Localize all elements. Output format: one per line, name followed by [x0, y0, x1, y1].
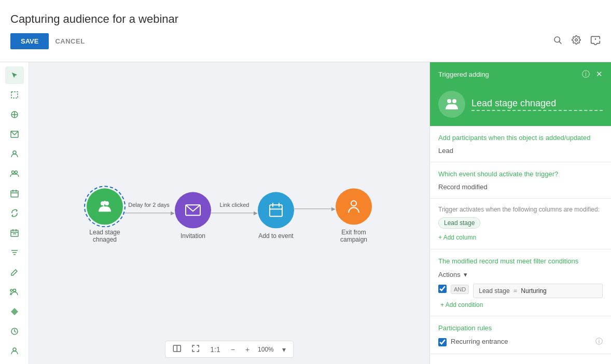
panel-header: Triggered adding ⓘ ✕ — [430, 62, 611, 87]
page-title: Capturing audience for a webinar — [10, 12, 601, 26]
sidebar-item-email[interactable] — [5, 125, 24, 143]
sidebar-item-person2[interactable] — [5, 342, 24, 360]
sidebar-item-anchor[interactable] — [5, 106, 24, 123]
filter-and-checkbox[interactable] — [438, 285, 447, 293]
arrow-3: ▶ — [294, 206, 336, 226]
filter-section: The modified record must meet filter con… — [430, 249, 611, 316]
filter-op: = — [513, 287, 517, 295]
sidebar-item-calendar[interactable] — [5, 185, 24, 202]
flow-node-exit[interactable]: Exit from campaign — [336, 188, 372, 243]
svg-rect-33 — [270, 205, 282, 216]
columns-heading: Trigger activates when the following col… — [438, 206, 603, 213]
panel-header-title: Triggered adding — [438, 71, 489, 78]
filter-heading: The modified record must meet filter con… — [438, 257, 603, 266]
svg-rect-17 — [11, 230, 18, 236]
header-icons — [553, 35, 601, 48]
svg-point-12 — [15, 171, 17, 174]
sidebar-item-cal2[interactable] — [5, 224, 24, 242]
event-section: Which event should activate the trigger?… — [430, 162, 611, 199]
columns-section: Trigger activates when the following col… — [430, 199, 611, 249]
svg-point-2 — [575, 39, 578, 41]
participants-section: Add participants when this object is add… — [430, 126, 611, 162]
arrow-1: Delay for 2 days ▶ — [123, 202, 175, 230]
svg-rect-13 — [11, 191, 18, 197]
zoom-out-button[interactable]: − — [229, 344, 237, 355]
svg-point-41 — [452, 99, 456, 103]
zoom-dropdown-button[interactable]: ▾ — [280, 344, 288, 355]
flow-node-trigger[interactable]: Lead stage chnaged — [87, 188, 123, 243]
sidebar-item-person[interactable] — [5, 145, 24, 163]
header-actions: SAVE CANCEL — [10, 33, 601, 49]
save-button[interactable]: SAVE — [10, 33, 49, 49]
node-circle-invitation — [175, 192, 211, 228]
filter-condition[interactable]: Lead stage = Nurturing — [473, 284, 603, 298]
svg-line-1 — [559, 41, 561, 44]
canvas-toolbar: 1:1 − + 100% ▾ — [165, 341, 294, 358]
participants-value: Lead — [438, 147, 603, 155]
arrow-label-1: Delay for 2 days — [128, 202, 169, 208]
zoom-level: 100% — [258, 346, 274, 353]
participation-section: Participation rules Recurring entrance ⓘ — [430, 316, 611, 354]
panel-trigger-row: Lead stage chnaged — [430, 87, 611, 126]
node-label-trigger: Lead stage chnaged — [87, 229, 123, 243]
right-panel: Triggered adding ⓘ ✕ Lead stage chnaged … — [429, 62, 611, 364]
node-label-invitation: Invitation — [180, 232, 205, 240]
svg-point-31 — [104, 201, 106, 203]
node-circle-exit — [336, 188, 372, 225]
sidebar-item-select[interactable] — [5, 86, 24, 104]
sidebar-item-sort[interactable] — [5, 244, 24, 261]
panel-trigger-name[interactable]: Lead stage chnaged — [471, 98, 603, 111]
canvas-flow: Lead stage chnaged Delay for 2 days ▶ In… — [87, 188, 372, 243]
svg-point-11 — [11, 171, 14, 174]
recurring-label: Recurring entrance — [451, 338, 591, 345]
main-layout: Lead stage chnaged Delay for 2 days ▶ In… — [0, 62, 611, 364]
svg-rect-5 — [11, 92, 18, 98]
column-tag-lead-stage[interactable]: Lead stage — [438, 217, 480, 229]
sidebar-item-group[interactable] — [5, 165, 24, 183]
actions-row: Actions ▾ — [438, 271, 603, 278]
svg-point-10 — [13, 151, 16, 154]
sidebar — [0, 62, 29, 364]
actions-label: Actions — [438, 271, 461, 278]
event-heading: Which event should activate the trigger? — [438, 170, 603, 179]
sidebar-item-edit[interactable] — [5, 263, 24, 281]
sidebar-item-pointer[interactable] — [5, 66, 24, 84]
recurring-checkbox[interactable] — [438, 338, 447, 346]
settings-icon[interactable] — [572, 35, 581, 47]
panel-info-icon[interactable]: ⓘ — [582, 69, 590, 79]
sidebar-item-clock[interactable] — [5, 323, 24, 340]
add-column-button[interactable]: + Add column — [438, 234, 476, 241]
panel-close-icon[interactable]: ✕ — [596, 69, 603, 79]
filter-and-row: AND Lead stage = Nurturing — [438, 284, 603, 298]
event-value: Record modified — [438, 183, 603, 191]
header: Capturing audience for a webinar SAVE CA… — [0, 0, 611, 62]
sidebar-item-people[interactable] — [5, 283, 24, 301]
node-circle-trigger — [87, 188, 123, 225]
flow-node-invitation[interactable]: Invitation — [175, 192, 211, 240]
sidebar-item-diamond[interactable] — [5, 303, 24, 320]
arrow-2: Link clicked ▶ — [211, 202, 258, 230]
reset-zoom-button[interactable]: 1:1 — [208, 344, 222, 355]
participants-heading: Add participants when this object is add… — [438, 133, 603, 143]
participation-heading: Participation rules — [438, 324, 603, 333]
node-label-event: Add to event — [258, 232, 293, 240]
sidebar-item-recurring[interactable] — [5, 204, 24, 222]
search-icon[interactable] — [553, 35, 562, 47]
node-label-exit: Exit from campaign — [336, 229, 372, 243]
cancel-button[interactable]: CANCEL — [55, 37, 85, 45]
node-circle-event — [258, 192, 294, 228]
fit-view-button[interactable] — [189, 343, 202, 355]
svg-point-40 — [447, 99, 451, 103]
svg-point-26 — [10, 289, 12, 291]
actions-dropdown[interactable]: ▾ — [464, 271, 467, 278]
panel-header-icons: ⓘ ✕ — [582, 69, 603, 79]
add-condition-button[interactable]: + Add condition — [438, 301, 603, 309]
zoom-in-button[interactable]: + — [243, 344, 252, 355]
recurring-info-icon[interactable]: ⓘ — [595, 337, 603, 346]
help-icon[interactable] — [590, 35, 601, 48]
svg-point-37 — [351, 201, 356, 206]
panel-trigger-icon — [438, 91, 465, 118]
filter-label: Lead stage — [479, 287, 509, 295]
flow-node-event[interactable]: Add to event — [258, 192, 294, 240]
split-view-button[interactable] — [171, 344, 183, 355]
